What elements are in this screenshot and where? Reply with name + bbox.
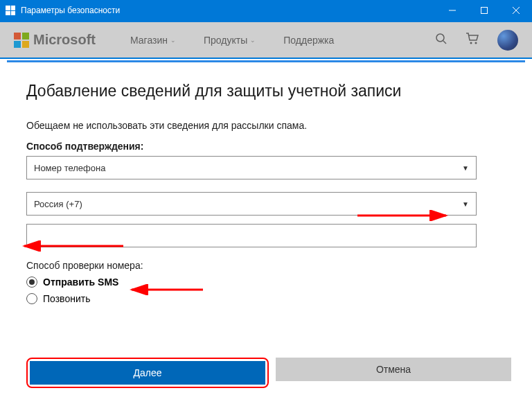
security-info-dialog: Добавление сведений для защиты учетной з… <box>7 60 525 395</box>
nav-store[interactable]: Магазин ⌄ <box>130 35 176 46</box>
title-bar: Параметры безопасности <box>0 0 532 21</box>
nav-products[interactable]: Продукты ⌄ <box>204 35 256 46</box>
search-icon[interactable] <box>435 33 447 48</box>
radio-sms[interactable]: Отправить SMS <box>26 276 506 288</box>
maximize-button[interactable] <box>468 0 500 21</box>
brand-text: Microsoft <box>33 32 96 48</box>
nav-support[interactable]: Поддержка <box>283 35 334 46</box>
next-button[interactable]: Далее <box>30 361 265 385</box>
svg-line-5 <box>443 41 446 44</box>
phone-input[interactable] <box>26 224 477 247</box>
check-method-label: Способ проверки номера: <box>26 260 506 271</box>
annotation-highlight: Далее <box>26 358 269 388</box>
svg-rect-1 <box>481 8 488 14</box>
chevron-down-icon: ⌄ <box>170 37 176 44</box>
chevron-down-icon: ▼ <box>462 200 469 208</box>
top-nav: Microsoft Магазин ⌄ Продукты ⌄ Поддержка <box>0 21 532 59</box>
svg-point-6 <box>470 42 472 44</box>
cancel-button[interactable]: Отмена <box>276 358 511 381</box>
dialog-title: Добавление сведений для защиты учетной з… <box>26 82 506 100</box>
microsoft-logo: Microsoft <box>14 32 96 48</box>
chevron-down-icon: ▼ <box>462 164 469 172</box>
country-select[interactable]: Россия (+7) ▼ <box>26 192 477 216</box>
radio-icon <box>26 276 37 288</box>
window-title: Параметры безопасности <box>21 6 120 15</box>
verify-method-label: Способ подтверждения: <box>26 141 506 152</box>
cart-icon[interactable] <box>466 33 479 48</box>
window-controls <box>436 0 532 21</box>
minimize-button[interactable] <box>436 0 468 21</box>
close-button[interactable] <box>500 0 532 21</box>
avatar[interactable] <box>497 30 518 51</box>
radio-call[interactable]: Позвонить <box>26 293 506 304</box>
windows-logo-icon <box>6 6 15 15</box>
svg-point-7 <box>475 42 477 44</box>
dialog-subtitle: Обещаем не использовать эти сведения для… <box>26 120 506 131</box>
svg-point-4 <box>436 34 444 42</box>
radio-icon <box>26 293 37 304</box>
chevron-down-icon: ⌄ <box>250 37 256 44</box>
verify-method-select[interactable]: Номер телефона ▼ <box>26 156 477 179</box>
